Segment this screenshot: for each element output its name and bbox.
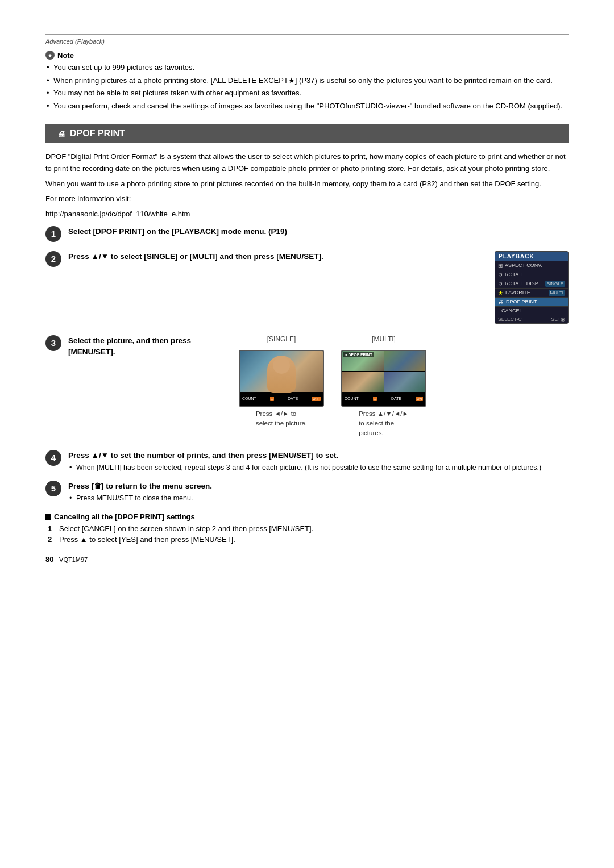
- mini-photo-2: [384, 351, 426, 372]
- dpof-header-text: DPOF PRINT: [70, 128, 125, 139]
- cancel-section: Canceling all the [DPOF PRINT] settings …: [45, 512, 569, 544]
- step-4-number: 4: [45, 450, 61, 466]
- step-3-images: [SINGLE] [MULTI] ♦ DPOF PRINT: [239, 335, 569, 439]
- screens-row: ♦ DPOF PRINT COUNT 1 DATE: [239, 350, 569, 439]
- intro-p3: For more information visit:: [45, 193, 569, 205]
- step-4-content: Press ▲/▼ to set the number of prints, a…: [68, 450, 569, 471]
- multi-caption: Press ▲/▼/◄/► to select the pictures.: [359, 409, 409, 439]
- single-date-label: DATE: [288, 397, 298, 400]
- step-5-bullet: Press MENU/SET to close the menu.: [68, 494, 569, 502]
- favorite-icon: ★: [498, 290, 503, 296]
- cancel-title-text: Canceling all the [DPOF PRINT] settings: [54, 512, 195, 521]
- step-2-number: 2: [45, 251, 61, 267]
- cancel-step-2-row: 2 Press ▲ to select [YES] and then press…: [48, 535, 569, 544]
- single-label: [SINGLE]: [239, 335, 324, 343]
- trash-icon: 🗑: [94, 482, 101, 490]
- multi-info-bar: COUNT 1 DATE ON: [342, 392, 425, 406]
- dpof-icon: 🖨: [498, 299, 504, 305]
- note-title: ● Note: [45, 51, 569, 60]
- step-5-content: Press [🗑] to return to the menu screen. …: [68, 481, 569, 502]
- multi-date-badge: ON: [416, 397, 423, 401]
- breadcrumb: Advanced (Playback): [45, 38, 569, 45]
- menu-select-label: SELECT-C: [498, 316, 522, 322]
- menu-screenshot: PLAYBACK ⊞ ASPECT CONV. ↺ ROTATE ↺ ROTAT…: [495, 251, 569, 324]
- single-date-badge: OFF: [312, 397, 321, 401]
- step-1-content: Select [DPOF PRINT] on the [PLAYBACK] mo…: [68, 226, 569, 240]
- rotate-disp-icon: ↺: [498, 281, 503, 287]
- menu-item-rotate: ↺ ROTATE: [495, 270, 568, 279]
- step-4-title: Press ▲/▼ to set the number of prints, a…: [68, 450, 569, 461]
- step-1-title: Select [DPOF PRINT] on the [PLAYBACK] mo…: [68, 226, 569, 237]
- note-item-1: You can set up to 999 pictures as favori…: [45, 62, 569, 73]
- step-3-number: 3: [45, 335, 61, 351]
- single-count-badge: 1: [270, 397, 274, 401]
- mini-photo-4: [384, 372, 426, 392]
- step-5-number: 5: [45, 481, 61, 496]
- step-3-content: Select the picture, and then press [MENU…: [68, 335, 569, 439]
- cancel-steps: 1 Select [CANCEL] on the screen shown in…: [48, 524, 569, 544]
- step-4: 4 Press ▲/▼ to set the number of prints,…: [45, 450, 569, 471]
- black-square-icon: [45, 514, 51, 520]
- dpof-intro: DPOF "Digital Print Order Format" is a s…: [45, 151, 569, 220]
- multi-caption-3: pictures.: [359, 429, 383, 436]
- dpof-print-icon: 🖨: [57, 129, 65, 139]
- note-item-2: When printing pictures at a photo printi…: [45, 75, 569, 86]
- step-1: 1 Select [DPOF PRINT] on the [PLAYBACK] …: [45, 226, 569, 242]
- multi-label: [MULTI]: [341, 335, 426, 343]
- single-info-bar: COUNT 1 DATE OFF: [240, 392, 323, 406]
- rotate-disp-tag: SINGLE: [545, 281, 565, 287]
- cancel-step-1-text: Select [CANCEL] on the screen shown in s…: [59, 524, 313, 533]
- note-item-3: You may not be able to set pictures take…: [45, 87, 569, 99]
- single-photo: [240, 351, 323, 392]
- mini-photo-3: [342, 372, 384, 392]
- single-caption-1: Press ◄/► to: [256, 410, 296, 417]
- cancel-title: Canceling all the [DPOF PRINT] settings: [45, 512, 569, 521]
- menu-item-dpof: 🖨 DPOF PRINT: [495, 298, 568, 307]
- intro-p2: When you want to use a photo printing st…: [45, 178, 569, 190]
- menu-item-aspect: ⊞ ASPECT CONV.: [495, 261, 568, 270]
- page-code: VQT1M97: [59, 556, 88, 563]
- step-2-text: Press ▲/▼ to select [SINGLE] or [MULTI] …: [68, 251, 484, 265]
- multi-image-group: ♦ DPOF PRINT COUNT 1: [341, 350, 426, 439]
- single-caption: Press ◄/► to select the picture.: [256, 409, 307, 429]
- single-count-label: COUNT: [242, 397, 256, 400]
- step-2-content: Press ▲/▼ to select [SINGLE] or [MULTI] …: [68, 251, 569, 324]
- aspect-icon: ⊞: [498, 262, 503, 269]
- labels-row: [SINGLE] [MULTI]: [239, 335, 569, 345]
- multi-camera-screen: ♦ DPOF PRINT COUNT 1: [341, 350, 426, 407]
- multi-caption-1: Press ▲/▼/◄/►: [359, 410, 409, 417]
- intro-p1: DPOF "Digital Print Order Format" is a s…: [45, 151, 569, 175]
- step-1-number: 1: [45, 226, 61, 242]
- note-list: You can set up to 999 pictures as favori…: [45, 62, 569, 111]
- step-4-bullet: When [MULTI] has been selected, repeat s…: [68, 464, 569, 471]
- dpof-multi-overlay: ♦ DPOF PRINT: [343, 352, 374, 357]
- cancel-step-2-num: 2: [48, 535, 56, 544]
- menu-bottom: SELECT-C SET◉: [495, 315, 568, 323]
- single-camera-screen: ♦ DPOF PRINT COUNT 1 DATE: [239, 350, 324, 407]
- intro-p4: http://panasonic.jp/dc/dpof_110/white_e.…: [45, 208, 569, 220]
- single-caption-2: select the picture.: [256, 420, 307, 427]
- step-3-layout: Select the picture, and then press [MENU…: [68, 335, 569, 439]
- page-number: 80 VQT1M97: [45, 555, 569, 564]
- note-icon: ●: [45, 51, 55, 60]
- multi-date-label: DATE: [391, 397, 401, 400]
- dpof-section-header: 🖨 DPOF PRINT: [45, 124, 569, 143]
- page-num: 80: [45, 555, 53, 564]
- cancel-step-1-num: 1: [48, 524, 56, 533]
- step-2-image-area: PLAYBACK ⊞ ASPECT CONV. ↺ ROTATE ↺ ROTAT…: [495, 251, 569, 324]
- menu-screenshot-title: PLAYBACK: [495, 252, 568, 261]
- multi-caption-2: to select the: [359, 420, 394, 427]
- single-image-group: ♦ DPOF PRINT COUNT 1 DATE: [239, 350, 324, 439]
- top-rule: [45, 34, 569, 35]
- step-2-title: Press ▲/▼ to select [SINGLE] or [MULTI] …: [68, 251, 484, 262]
- step-5: 5 Press [🗑] to return to the menu screen…: [45, 481, 569, 502]
- multi-count-badge: 1: [373, 397, 377, 401]
- step-3-text: Select the picture, and then press [MENU…: [68, 335, 227, 361]
- step-3: 3 Select the picture, and then press [ME…: [45, 335, 569, 439]
- step-2-layout: Press ▲/▼ to select [SINGLE] or [MULTI] …: [68, 251, 569, 324]
- menu-item-favorite: ★ FAVORITE MULTI: [495, 289, 568, 298]
- multi-count-label: COUNT: [345, 397, 359, 400]
- step-2: 2 Press ▲/▼ to select [SINGLE] or [MULTI…: [45, 251, 569, 324]
- note-label: Note: [57, 51, 74, 60]
- menu-set-label: SET◉: [551, 316, 565, 322]
